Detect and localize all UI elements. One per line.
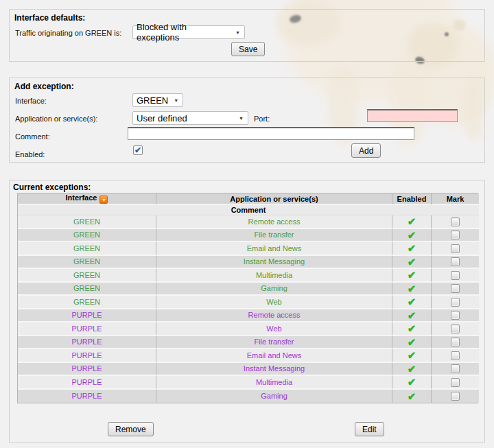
mark-checkbox[interactable] — [451, 257, 460, 266]
column-header-interface[interactable]: Interface▼ — [18, 193, 156, 205]
save-button[interactable]: Save — [231, 42, 265, 56]
traffic-policy-select[interactable]: Blocked with exceptions ▼ — [132, 25, 245, 39]
table-row: PURPLE Remote access ✔ — [18, 309, 479, 323]
current-exceptions-section: Current exceptions: Interface▼ Applicati… — [9, 180, 485, 443]
table-row: PURPLE Email and News ✔ — [18, 349, 479, 363]
enabled-check-icon: ✔ — [408, 309, 416, 321]
row-application[interactable]: Web — [156, 322, 392, 336]
row-application[interactable]: Multimedia — [156, 376, 392, 390]
table-row: GREEN Web ✔ — [18, 296, 479, 309]
row-application[interactable]: Instant Messaging — [156, 256, 392, 270]
enabled-check-icon: ✔ — [408, 390, 416, 402]
table-row: PURPLE Instant Messaging ✔ — [18, 363, 479, 377]
row-application[interactable]: Gaming — [156, 283, 392, 296]
mark-checkbox[interactable] — [451, 284, 460, 293]
column-header-application[interactable]: Application or service(s) — [156, 193, 392, 205]
interface-select[interactable]: GREEN ▼ — [132, 93, 183, 107]
sort-descending-icon[interactable]: ▼ — [99, 196, 108, 204]
table-row: GREEN File transfer ✔ — [18, 229, 479, 243]
table-row: GREEN Email and News ✔ — [18, 242, 479, 256]
table-row: GREEN Multimedia ✔ — [18, 269, 479, 283]
interface-defaults-title: Interface defaults: — [14, 13, 85, 23]
chevron-down-icon: ▼ — [174, 98, 178, 103]
enabled-check-icon: ✔ — [408, 322, 416, 334]
enabled-label: Enabled: — [15, 150, 45, 158]
mark-checkbox[interactable] — [451, 244, 460, 253]
row-application[interactable]: Email and News — [156, 242, 392, 256]
table-row: PURPLE Multimedia ✔ — [18, 376, 479, 390]
row-interface: GREEN — [18, 296, 156, 309]
row-interface: GREEN — [18, 229, 156, 243]
enabled-check-icon: ✔ — [408, 363, 416, 375]
edit-button[interactable]: Edit — [355, 422, 384, 436]
comment-label: Comment: — [15, 132, 50, 141]
table-row: GREEN Instant Messaging ✔ — [18, 256, 479, 270]
enabled-check-icon: ✔ — [408, 349, 416, 361]
enabled-check-icon: ✔ — [408, 296, 416, 307]
row-interface: PURPLE — [18, 309, 156, 323]
mark-checkbox[interactable] — [451, 351, 460, 360]
table-row: PURPLE File transfer ✔ — [18, 336, 479, 350]
mark-checkbox[interactable] — [451, 311, 460, 320]
port-label: Port: — [254, 115, 270, 123]
table-row: GREEN Gaming ✔ — [18, 283, 479, 296]
mark-checkbox[interactable] — [451, 217, 460, 226]
port-input[interactable] — [367, 109, 458, 122]
row-interface: GREEN — [18, 256, 156, 270]
application-selected-value: User defined — [137, 113, 187, 123]
row-application[interactable]: Instant Messaging — [156, 363, 392, 377]
application-select[interactable]: User defined ▼ — [132, 111, 248, 125]
column-header-mark[interactable]: Mark — [432, 193, 479, 205]
enabled-check-icon: ✔ — [408, 269, 416, 281]
column-header-comment: Comment — [18, 205, 479, 215]
add-button[interactable]: Add — [351, 143, 381, 158]
current-exceptions-title: Current exceptions: — [13, 182, 91, 192]
row-application[interactable]: File transfer — [156, 229, 392, 243]
row-interface: GREEN — [18, 269, 156, 283]
row-interface: GREEN — [18, 215, 156, 229]
row-interface: PURPLE — [18, 336, 156, 350]
interface-defaults-section: Interface defaults: Traffic originating … — [9, 9, 485, 62]
row-application[interactable]: Remote access — [156, 309, 392, 323]
row-application[interactable]: Remote access — [156, 215, 392, 229]
enabled-check-icon: ✔ — [408, 283, 416, 294]
enabled-check-icon: ✔ — [408, 229, 416, 241]
enabled-check-icon: ✔ — [408, 242, 416, 254]
mark-checkbox[interactable] — [451, 378, 460, 387]
remove-button[interactable]: Remove — [108, 422, 154, 436]
row-interface: PURPLE — [18, 390, 156, 403]
comment-input[interactable] — [128, 127, 414, 140]
traffic-policy-selected-value: Blocked with exceptions — [137, 22, 230, 43]
checkbox-tick-icon: ✔ — [134, 146, 141, 154]
chevron-down-icon: ▼ — [235, 30, 240, 35]
interface-selected-value: GREEN — [137, 95, 168, 106]
row-application[interactable]: Gaming — [156, 390, 392, 403]
mark-checkbox[interactable] — [451, 325, 460, 333]
table-row: GREEN Remote access ✔ — [18, 215, 479, 229]
row-interface: GREEN — [18, 283, 156, 296]
chevron-down-icon: ▼ — [239, 116, 244, 121]
table-row: PURPLE Gaming ✔ — [18, 390, 479, 403]
row-application[interactable]: Web — [156, 296, 392, 309]
row-application[interactable]: File transfer — [156, 336, 392, 350]
row-application[interactable]: Email and News — [156, 349, 392, 363]
row-interface: PURPLE — [18, 376, 156, 390]
enabled-check-icon: ✔ — [408, 336, 416, 348]
row-interface: GREEN — [18, 242, 156, 256]
row-interface: PURPLE — [18, 322, 156, 336]
mark-checkbox[interactable] — [451, 231, 460, 239]
mark-checkbox[interactable] — [451, 364, 460, 373]
enabled-checkbox[interactable]: ✔ — [133, 145, 143, 155]
mark-checkbox[interactable] — [451, 271, 460, 280]
row-interface: PURPLE — [18, 363, 156, 377]
column-header-enabled[interactable]: Enabled — [392, 193, 432, 205]
enabled-check-icon: ✔ — [408, 215, 416, 227]
add-exception-section: Add exception: Interface: GREEN ▼ Applic… — [9, 78, 485, 163]
row-application[interactable]: Multimedia — [156, 269, 392, 283]
enabled-check-icon: ✔ — [408, 256, 416, 268]
mark-checkbox[interactable] — [451, 392, 460, 401]
table-row: PURPLE Web ✔ — [18, 322, 479, 336]
mark-checkbox[interactable] — [451, 338, 460, 346]
mark-checkbox[interactable] — [451, 298, 460, 307]
add-exception-title: Add exception: — [14, 82, 74, 91]
